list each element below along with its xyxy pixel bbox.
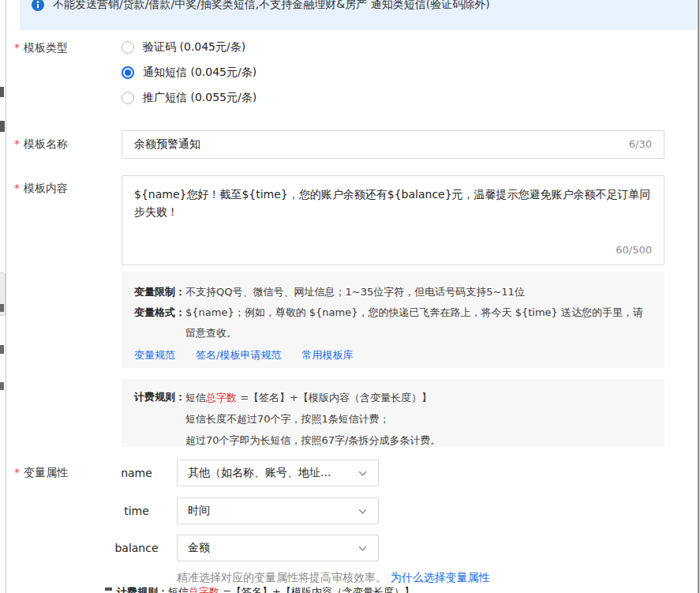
variable-limit-text: 不支持QQ号、微信号、网址信息；1~35位字符，但电话号码支持5~11位 bbox=[185, 282, 652, 302]
radio-icon[interactable] bbox=[122, 92, 134, 104]
clipped-sidebar-fragment bbox=[0, 304, 4, 312]
billing-rules-label: 计费规则： bbox=[134, 387, 185, 451]
billing-rules-text: 短信总字数 =【签名】+【模版内容（含变量长度）】 短信长度不超过70个字，按照… bbox=[185, 387, 652, 451]
radio-option-notification-sms[interactable]: 通知短信 (0.045元/条) bbox=[122, 65, 256, 81]
chevron-down-icon bbox=[357, 543, 368, 554]
variable-attrs-label: *变量属性 bbox=[14, 466, 68, 480]
required-marker: * bbox=[14, 137, 20, 150]
template-type-radio-group: 验证码 (0.045元/条) 通知短信 (0.045元/条) 推广短信 (0.0… bbox=[122, 39, 256, 106]
notice-banner: 不能发送营销/贷款/借款/中奖/抽奖类短信,不支持金融理财&房产 通知类短信(验… bbox=[20, 0, 697, 30]
template-type-label: *模板类型 bbox=[14, 41, 68, 55]
variable-format-text: ${name}；例如，尊敬的 ${name}，您的快递已飞奔在路上，将今天 ${… bbox=[185, 302, 652, 343]
chevron-down-icon bbox=[357, 468, 368, 479]
clipped-billing-rules-line: 计费规则：短信总字数 =【签名】+【模版内容（含变量长度）】 bbox=[117, 584, 414, 593]
variable-tips-box: 变量限制： 不支持QQ号、微信号、网址信息；1~35位字符，但电话号码支持5~1… bbox=[122, 272, 664, 368]
variable-balance-label: balance bbox=[103, 535, 170, 561]
radio-selected-icon[interactable] bbox=[122, 66, 134, 79]
billing-rules-box: 计费规则： 短信总字数 =【签名】+【模版内容（含变量长度）】 短信长度不超过7… bbox=[122, 379, 664, 447]
billing-total-chars-highlight: 总字数 bbox=[206, 392, 237, 403]
template-content-label: *模板内容 bbox=[14, 182, 68, 196]
required-marker: * bbox=[14, 41, 20, 54]
clipped-sidebar-fragment bbox=[0, 345, 4, 354]
variable-limit-label: 变量限制： bbox=[134, 282, 185, 302]
template-content-counter: 60/500 bbox=[562, 244, 652, 256]
variable-time-select-value: 时间 bbox=[188, 504, 210, 518]
variable-balance-select-value: 金额 bbox=[188, 541, 210, 555]
clipped-sidebar-fragment bbox=[0, 382, 4, 390]
variable-spec-link[interactable]: 变量规范 bbox=[134, 346, 175, 365]
variable-time-select[interactable]: 时间 bbox=[177, 497, 379, 524]
radio-option-label: 通知短信 (0.045元/条) bbox=[143, 66, 256, 80]
variable-time-label: time bbox=[103, 497, 170, 524]
clipped-text-fragment bbox=[105, 587, 112, 591]
notice-banner-text: 不能发送营销/贷款/借款/中奖/抽奖类短信,不支持金融理财&房产 通知类短信(验… bbox=[53, 0, 490, 12]
radio-option-verification-code[interactable]: 验证码 (0.045元/条) bbox=[122, 39, 256, 55]
required-marker: * bbox=[14, 182, 20, 194]
helper-text: 精准选择对应的变量属性将提高审核效率。 bbox=[177, 571, 387, 584]
signature-template-spec-link[interactable]: 签名/模板申请规范 bbox=[196, 346, 281, 365]
variable-name-select[interactable]: 其他（如名称、账号、地址... bbox=[177, 460, 379, 486]
variable-balance-select[interactable]: 金额 bbox=[177, 535, 379, 561]
radio-option-label: 推广短信 (0.055元/条) bbox=[143, 91, 256, 105]
template-name-label: *模板名称 bbox=[14, 137, 68, 152]
radio-option-label: 验证码 (0.045元/条) bbox=[143, 40, 245, 54]
chevron-down-icon bbox=[357, 506, 368, 516]
clipped-sidebar-fragment bbox=[0, 87, 4, 97]
template-name-counter: 6/30 bbox=[586, 138, 652, 150]
variable-name-select-value: 其他（如名称、账号、地址... bbox=[188, 466, 331, 480]
info-icon bbox=[32, 0, 44, 11]
template-name-input[interactable] bbox=[122, 130, 664, 159]
clipped-sidebar-fragment bbox=[0, 121, 5, 132]
variable-format-label: 变量格式： bbox=[134, 302, 185, 343]
required-marker: * bbox=[14, 466, 20, 479]
variable-name-label: name bbox=[103, 460, 170, 486]
variable-attrs-helper: 精准选择对应的变量属性将提高审核效率。 为什么选择变量属性 bbox=[177, 571, 489, 585]
radio-option-promo-sms[interactable]: 推广短信 (0.055元/条) bbox=[122, 90, 256, 106]
why-choose-variable-attrs-link[interactable]: 为什么选择变量属性 bbox=[390, 571, 489, 584]
common-template-library-link[interactable]: 常用模板库 bbox=[301, 346, 353, 365]
radio-icon[interactable] bbox=[122, 41, 134, 54]
panel-left-border bbox=[6, 0, 6, 593]
